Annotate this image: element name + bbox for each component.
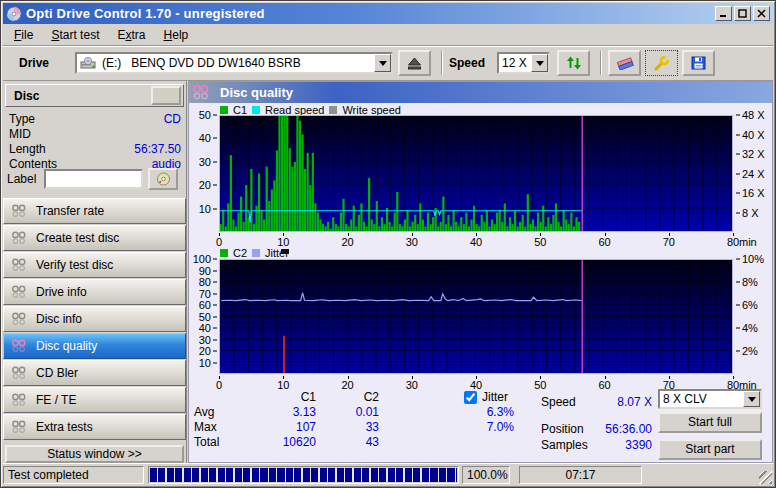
cd-icon — [156, 172, 171, 186]
drive-disc-icon — [11, 366, 27, 380]
jitter-toggle-row: Jitter — [464, 390, 508, 404]
start-full-button[interactable]: Start full — [658, 412, 762, 433]
speed-select-arrow[interactable] — [531, 54, 548, 72]
x-axis-tick-label: 30 — [406, 379, 418, 391]
menu-file[interactable]: File — [5, 26, 42, 44]
disc-panel: Disc Type CD MID Length 56:37.50 Content… — [3, 81, 187, 463]
eraser-icon — [616, 56, 634, 70]
progress-percent: 100.0% — [467, 468, 508, 482]
tools-button[interactable] — [645, 50, 678, 76]
right-axis-tick-mark — [736, 259, 740, 260]
right-axis-tick-label: 6% — [742, 299, 758, 311]
y-axis-tick-mark — [213, 282, 217, 283]
sidebar-item-disc-quality[interactable]: Disc quality — [3, 333, 186, 359]
refresh-button[interactable] — [557, 50, 590, 76]
disc-type-label: Type — [9, 112, 35, 126]
y-axis-tick-label: 50 — [199, 311, 211, 323]
menu-extra[interactable]: Extra — [108, 26, 154, 44]
y-axis-tick-mark — [213, 339, 217, 340]
y-axis-tick-mark — [213, 259, 217, 260]
drive-select[interactable]: (E:) BENQ DVD DD DW1640 BSRB — [75, 52, 393, 74]
chart1-plot — [219, 115, 733, 232]
start-part-button[interactable]: Start part — [658, 439, 762, 460]
disc-label-label: Label — [7, 172, 36, 186]
x-axis-tick-mark — [669, 376, 670, 379]
close-button[interactable] — [753, 6, 770, 21]
right-axis-tick-mark — [736, 328, 740, 329]
save-button[interactable] — [682, 50, 715, 76]
drive-disc-icon — [11, 285, 27, 299]
sidebar-item-label: Transfer rate — [36, 204, 104, 218]
y-axis-tick-label: 20 — [199, 179, 211, 191]
x-axis-tick-label: 50 — [534, 379, 546, 391]
speed-select-value: 12 X — [502, 56, 527, 70]
drive-disc-icon — [11, 231, 27, 245]
menu-help[interactable]: Help — [155, 26, 198, 44]
position-row-value: 56:36.00 — [584, 422, 652, 436]
menu-bar: File Start test Extra Help — [3, 24, 773, 45]
right-axis-tick-label: 32 X — [742, 148, 765, 160]
right-axis-tick-label: 16 X — [742, 187, 765, 199]
sidebar-item-create-test-disc[interactable]: Create test disc — [3, 225, 186, 251]
y-axis-tick-label: 40 — [199, 132, 211, 144]
progress-bar-fill — [150, 468, 457, 482]
sidebar-item-cd-bler[interactable]: CD Bler — [3, 360, 186, 386]
refresh-icon — [566, 56, 582, 70]
chart1-left-axis: 1020304050 — [189, 115, 218, 232]
status-window-button[interactable]: Status window >> — [5, 445, 184, 463]
jitter-legend-swatch — [252, 249, 260, 257]
menu-start-test[interactable]: Start test — [42, 26, 108, 44]
speed-select[interactable]: 12 X — [497, 52, 550, 74]
x-axis-tick-label: 40 — [470, 236, 482, 248]
chart2-plot — [219, 259, 733, 374]
progress-percent-section: 100.0% — [462, 466, 510, 484]
drive-disc-icon — [11, 204, 27, 218]
resize-grip[interactable] — [759, 471, 772, 484]
y-axis-tick-label: 30 — [199, 156, 211, 168]
sidebar-item-extra-tests[interactable]: Extra tests — [3, 414, 186, 440]
max-label: Max — [194, 420, 242, 434]
y-axis-tick-label: 80 — [199, 276, 211, 288]
sidebar-item-disc-info[interactable]: Disc info — [3, 306, 186, 332]
jitter-checkbox[interactable] — [464, 391, 477, 404]
y-axis-tick-mark — [213, 185, 217, 186]
disc-length-label: Length — [9, 142, 46, 156]
chart2-x-axis: min 01020304050607080 — [219, 376, 733, 390]
x-axis-tick-mark — [605, 376, 606, 379]
max-jitter: 7.0% — [444, 420, 514, 434]
title-bar: Opti Drive Control 1.70 - unregistered — [3, 3, 773, 24]
erase-button[interactable] — [608, 50, 641, 76]
samples-row-value: 3390 — [584, 438, 652, 452]
right-axis-tick-label: 8% — [742, 276, 758, 288]
chart2-left-axis: 102030405060708090100 — [189, 259, 218, 374]
maximize-button[interactable] — [734, 6, 751, 21]
disc-info-rows: Type CD MID Length 56:37.50 Contents aud… — [7, 111, 183, 171]
y-axis-tick-label: 100 — [193, 253, 211, 265]
drive-icon — [80, 57, 97, 70]
sidebar: Transfer rateCreate test discVerify test… — [3, 198, 186, 441]
disc-quality-icon — [192, 85, 210, 100]
disc-panel-button[interactable] — [151, 86, 181, 105]
disc-label-cd-button[interactable] — [148, 168, 178, 190]
drive-select-arrow[interactable] — [374, 54, 391, 72]
write-speed-select-arrow[interactable] — [743, 391, 760, 407]
status-message: Test completed — [8, 468, 89, 482]
right-axis-tick-mark — [736, 282, 740, 283]
x-axis-tick-label: 50 — [534, 236, 546, 248]
minimize-button[interactable] — [715, 6, 732, 21]
write-speed-legend-swatch — [329, 106, 337, 114]
write-speed-select[interactable]: 8 X CLV — [658, 389, 762, 409]
sidebar-item-fe-te[interactable]: FE / TE — [3, 387, 186, 413]
sidebar-item-verify-test-disc[interactable]: Verify test disc — [3, 252, 186, 278]
disc-label-input[interactable] — [44, 169, 143, 189]
sidebar-item-transfer-rate[interactable]: Transfer rate — [3, 198, 186, 224]
sidebar-item-drive-info[interactable]: Drive info — [3, 279, 186, 305]
x-axis-tick-label: 70 — [663, 236, 675, 248]
drive-select-value: (E:) BENQ DVD DD DW1640 BSRB — [102, 56, 301, 70]
avg-c2: 0.01 — [319, 405, 379, 419]
max-c2: 33 — [319, 420, 379, 434]
y-axis-tick-mark — [213, 115, 217, 116]
progress-bar — [148, 466, 459, 484]
eject-button[interactable] — [398, 50, 431, 76]
x-axis-tick-mark — [540, 233, 541, 236]
